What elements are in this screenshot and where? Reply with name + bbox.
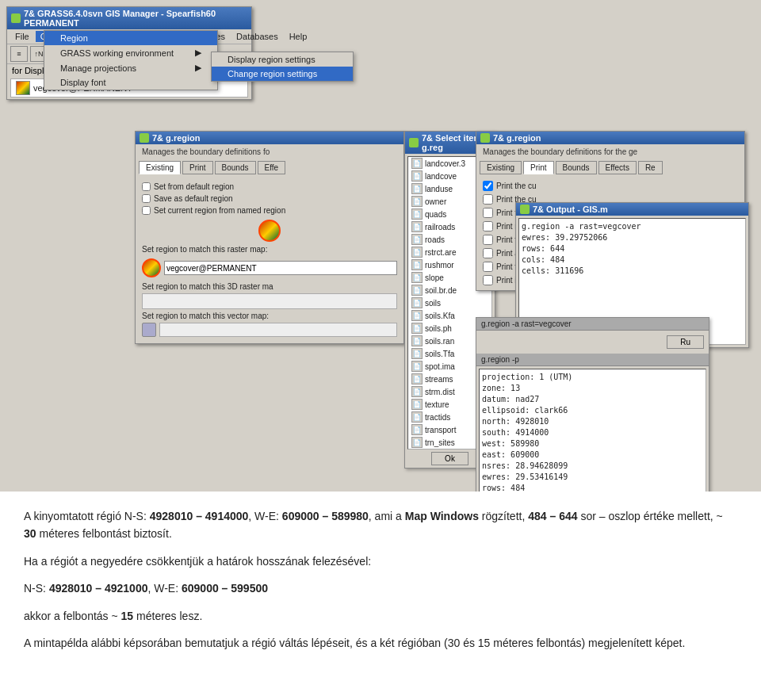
submenu-display-region[interactable]: Display region settings (212, 52, 353, 67)
tab-effects-2[interactable]: Effects (598, 161, 637, 174)
g-region-2-titlebar: 7& g.region (476, 132, 744, 144)
para1-prefix: A kinyomtatott régió N-S: (24, 510, 150, 522)
list-item-icon: 📄 (411, 208, 423, 220)
raster-icon-btn[interactable] (258, 220, 281, 242)
g-region-p-label2: g.region -p (476, 354, 709, 366)
checkbox-named-region-input[interactable] (142, 206, 151, 215)
list-item-icon: 📄 (411, 234, 423, 245)
paragraph2: Ha a régiót a negyedére csökkentjük a ha… (24, 553, 737, 570)
g-region-p-line: datum: nad27 (482, 394, 703, 405)
dropdown-grass-env[interactable]: GRASS working environment▶ (44, 45, 217, 60)
g-region-p-run-btn[interactable]: Ru (667, 335, 704, 349)
select-list-item[interactable]: 📄soils (408, 296, 491, 309)
checkbox-named-region-label: Set current region from named region (154, 206, 285, 215)
tab-effe-1[interactable]: Effe (258, 161, 286, 174)
menu-help[interactable]: Help (285, 31, 312, 42)
output-line: cells: 311696 (522, 266, 743, 277)
menu-databases[interactable]: Databases (231, 31, 283, 42)
g-region-2-tabs: Existing Print Bounds Effects Re (476, 159, 744, 176)
vector-label: Set region to match this vector map: (142, 312, 397, 320)
paragraph1: A kinyomtatott régió N-S: 4928010 – 4914… (24, 507, 737, 543)
list-item-icon: 📄 (411, 348, 423, 359)
grass-manager-title: 7& GRASS6.4.0svn GIS Manager - Spearfish… (24, 9, 247, 28)
g-region-p-label1: g.region -a rast=vegcover (476, 318, 709, 331)
checkbox-default-region-label: Set from default region (154, 182, 234, 191)
para1-mid2: , ami a (369, 510, 405, 522)
para3-bold2: 609000 – 599500 (182, 582, 268, 595)
output-line: cols: 484 (522, 254, 743, 266)
raster-value-input[interactable] (164, 261, 397, 275)
para1-mid1: , W-E: (248, 510, 282, 522)
tab-print-2[interactable]: Print (523, 161, 554, 174)
para1-bold4: 484 – 644 (528, 510, 577, 522)
list-item-icon: 📄 (411, 247, 423, 258)
print-check-input-6[interactable] (483, 262, 493, 272)
paragraph5: A mintapélda alábbi képsorában bemutatju… (24, 634, 737, 652)
vector-input[interactable] (159, 323, 397, 337)
tab-bounds-1[interactable]: Bounds (215, 161, 256, 174)
para1-suffix: sor – oszlop értéke mellett, ~ (578, 510, 723, 522)
config-submenu: Display region settings Change region se… (211, 52, 354, 82)
para4-bold: 15 (121, 610, 134, 622)
g-region-2-title: 7& g.region (493, 133, 541, 143)
output-line: rows: 644 (522, 243, 743, 254)
tab-re-2[interactable]: Re (638, 161, 663, 174)
list-item-icon: 📄 (411, 310, 423, 321)
tab-print-1[interactable]: Print (182, 161, 213, 174)
list-item-icon: 📄 (411, 183, 423, 194)
checkbox-save-default-input[interactable] (142, 194, 151, 203)
print-check-input-3[interactable] (483, 221, 493, 231)
text-content-area: A kinyomtatott régió N-S: 4928010 – 4914… (0, 492, 761, 677)
menu-file[interactable]: File (10, 31, 34, 42)
tab-existing-1[interactable]: Existing (139, 161, 181, 174)
raster-label: Set region to match this raster map: (142, 245, 397, 254)
select-ok-button[interactable]: Ok (431, 452, 468, 465)
list-item-icon: 📄 (411, 323, 423, 334)
para3-mid: , W-E: (147, 582, 182, 595)
vector-icon (142, 323, 156, 337)
g-region-1-tabs: Existing Print Bounds Effe (136, 159, 403, 176)
para1-end: méteres felbontást biztosít. (36, 527, 172, 540)
g-region-2-icon (480, 133, 490, 143)
list-item-icon: 📄 (411, 170, 423, 182)
output-line: ewres: 39.29752066 (522, 232, 743, 243)
list-item-icon: 📄 (411, 221, 423, 232)
print-check-label-0: Print the cu (496, 182, 537, 190)
list-item-icon: 📄 (411, 386, 423, 397)
checkbox-save-default: Save as default region (142, 193, 397, 205)
g-region-p-line: projection: 1 (UTM) (482, 372, 703, 383)
checkbox-default-region-input[interactable] (142, 182, 151, 191)
g-region-p-line: nsres: 28.94628099 (482, 461, 703, 472)
tab-existing-2[interactable]: Existing (480, 161, 522, 174)
output-title: 7& Output - GIS.m (533, 205, 608, 214)
print-check-input-4[interactable] (483, 235, 493, 245)
para1-mid3: rögzített, (479, 510, 528, 522)
raster-3d-input[interactable] (142, 293, 397, 309)
list-item-icon: 📄 (411, 437, 423, 448)
print-check-input-5[interactable] (483, 248, 493, 258)
list-item-icon: 📄 (411, 285, 423, 296)
dropdown-manage-proj[interactable]: Manage projections▶ (44, 60, 217, 75)
g-region-p-line: west: 589980 (482, 438, 703, 449)
para3-bold1: 4928010 – 4921000 (49, 582, 148, 595)
submenu-change-region[interactable]: Change region settings (212, 67, 353, 81)
g-region-1-content: Set from default region Save as default … (136, 176, 403, 343)
para1-bold2: 609000 – 589980 (282, 510, 369, 522)
print-check-input-7[interactable] (483, 275, 493, 285)
toolbar-btn-1[interactable]: ≡ (10, 46, 28, 62)
g-region-p-line: ellipsoid: clark66 (482, 405, 703, 416)
tab-bounds-2[interactable]: Bounds (556, 161, 597, 174)
list-item-icon: 📄 (411, 411, 423, 423)
output-icon (520, 205, 530, 214)
dropdown-region[interactable]: Region (44, 31, 217, 45)
list-item-icon: 📄 (411, 399, 423, 410)
para1-bold3: Map Windows (405, 510, 479, 522)
dropdown-display-font[interactable]: Display font (44, 75, 217, 90)
print-check-input-0[interactable] (483, 181, 493, 191)
print-check-input-2[interactable] (483, 208, 493, 218)
list-item-icon: 📄 (411, 259, 423, 270)
print-check-input-1[interactable] (483, 194, 493, 205)
config-dropdown: Region GRASS working environment▶ Manage… (44, 30, 218, 90)
select-item-icon (409, 138, 419, 147)
para3-prefix: N-S: (24, 582, 49, 595)
